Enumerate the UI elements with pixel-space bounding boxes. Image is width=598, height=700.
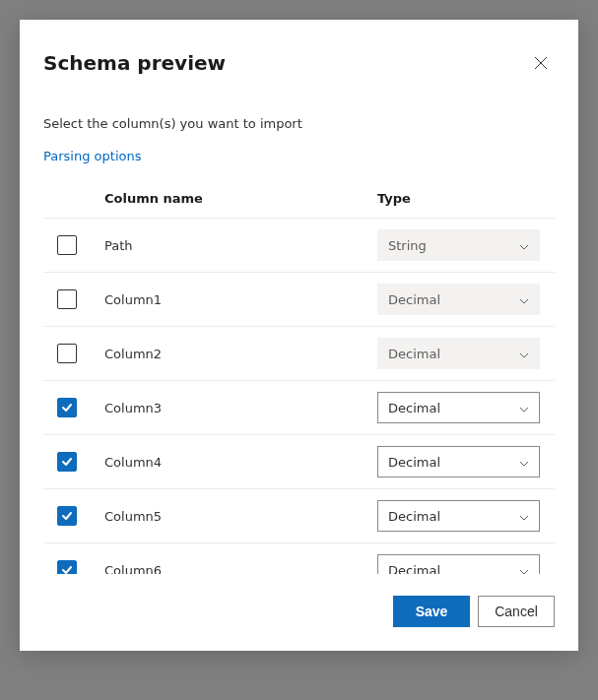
- row-type-col: Decimal: [377, 284, 555, 315]
- row-column-name: Column1: [100, 292, 377, 307]
- chevron-down-icon: [519, 292, 529, 307]
- row-check-col: [43, 560, 100, 574]
- row-checkbox[interactable]: [57, 506, 77, 526]
- row-column-name: Column2: [100, 347, 377, 361]
- type-select-value: Decimal: [388, 563, 440, 575]
- row-check-col: [43, 235, 100, 255]
- row-checkbox[interactable]: [57, 398, 77, 417]
- type-select: Decimal: [377, 338, 540, 369]
- row-column-name: Column6: [100, 563, 377, 575]
- row-checkbox[interactable]: [57, 344, 77, 363]
- dialog-footer: Save Cancel: [43, 574, 555, 627]
- table-row: Column1Decimal: [43, 272, 555, 326]
- header-type: Type: [377, 191, 555, 206]
- parsing-options-link[interactable]: Parsing options: [43, 149, 555, 163]
- type-select[interactable]: Decimal: [377, 500, 540, 532]
- schema-preview-dialog: Schema preview Select the column(s) you …: [20, 20, 578, 651]
- row-type-col: Decimal: [377, 338, 555, 369]
- header-name: Column name: [100, 191, 377, 206]
- table-row: Column2Decimal: [43, 326, 555, 380]
- chevron-down-icon: [519, 509, 529, 524]
- table-row: Column3Decimal: [43, 380, 555, 434]
- row-check-col: [43, 452, 100, 472]
- chevron-down-icon: [519, 455, 529, 470]
- row-type-col: Decimal: [377, 446, 555, 477]
- row-check-col: [43, 506, 100, 526]
- row-column-name: Column4: [100, 455, 377, 470]
- save-button[interactable]: Save: [393, 596, 470, 627]
- row-column-name: Path: [100, 238, 377, 253]
- type-select-value: Decimal: [388, 455, 440, 470]
- instruction-text: Select the column(s) you want to import: [43, 116, 555, 131]
- chevron-down-icon: [519, 563, 529, 575]
- type-select-value: Decimal: [388, 401, 440, 415]
- table-row: Column6Decimal: [43, 542, 555, 574]
- type-select-value: Decimal: [388, 292, 440, 307]
- cancel-button[interactable]: Cancel: [478, 596, 555, 627]
- table-row: Column4Decimal: [43, 434, 555, 488]
- chevron-down-icon: [519, 347, 529, 361]
- row-check-col: [43, 398, 100, 417]
- row-check-col: [43, 344, 100, 363]
- type-select: String: [377, 229, 540, 261]
- row-checkbox[interactable]: [57, 289, 77, 309]
- type-select-value: Decimal: [388, 347, 440, 361]
- dialog-title: Schema preview: [43, 51, 226, 75]
- type-select[interactable]: Decimal: [377, 392, 540, 423]
- type-select[interactable]: Decimal: [377, 554, 540, 574]
- type-select-value: String: [388, 238, 427, 253]
- row-type-col: String: [377, 229, 555, 261]
- columns-scroll-area[interactable]: Column name Type PathStringColumn1Decima…: [43, 175, 555, 574]
- row-checkbox[interactable]: [57, 560, 77, 574]
- row-checkbox[interactable]: [57, 235, 77, 255]
- row-type-col: Decimal: [377, 500, 555, 532]
- chevron-down-icon: [519, 238, 529, 253]
- type-select[interactable]: Decimal: [377, 446, 540, 477]
- type-select-value: Decimal: [388, 509, 440, 524]
- chevron-down-icon: [519, 401, 529, 415]
- table-header: Column name Type: [43, 175, 555, 218]
- dialog-header: Schema preview: [43, 49, 555, 77]
- close-button[interactable]: [527, 49, 555, 77]
- table-row: Column5Decimal: [43, 488, 555, 542]
- type-select: Decimal: [377, 284, 540, 315]
- row-column-name: Column3: [100, 401, 377, 415]
- row-type-col: Decimal: [377, 554, 555, 574]
- table-row: PathString: [43, 218, 555, 272]
- row-check-col: [43, 289, 100, 309]
- row-checkbox[interactable]: [57, 452, 77, 472]
- close-icon: [534, 56, 548, 70]
- row-column-name: Column5: [100, 509, 377, 524]
- row-type-col: Decimal: [377, 392, 555, 423]
